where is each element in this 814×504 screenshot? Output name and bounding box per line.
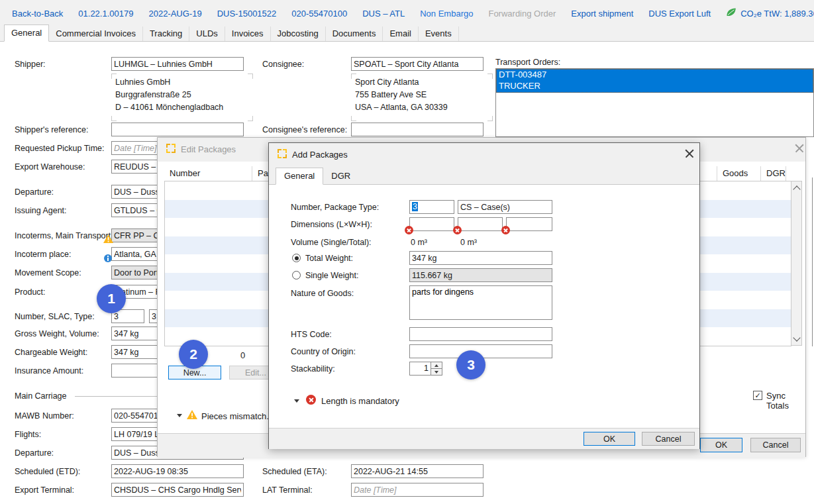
spinner-buttons xyxy=(431,362,442,375)
tab-jobcosting[interactable]: Jobcosting xyxy=(271,26,326,41)
shipper-input[interactable] xyxy=(111,57,244,71)
add-packages-dialog: Add Packages General DGR Number, Package… xyxy=(268,142,700,449)
add-packages-ok-button[interactable]: OK xyxy=(584,432,635,446)
scroll-down-icon[interactable] xyxy=(793,334,800,341)
shippers-reference-input[interactable] xyxy=(111,123,244,136)
consignee-input[interactable] xyxy=(351,57,483,71)
number-package-type-label: Number, Package Type: xyxy=(291,203,379,212)
export-terminal-input[interactable] xyxy=(111,483,244,497)
dimension-width-input[interactable] xyxy=(458,217,503,231)
package-number-value: 3 xyxy=(412,202,418,211)
forwarding-order-label: Forwarding Order xyxy=(488,9,556,19)
export-shipment-link[interactable]: Export shipment xyxy=(571,9,633,19)
chargeable-weight-label: Chargeable Weight: xyxy=(15,348,87,357)
tab-tracking[interactable]: Tracking xyxy=(143,26,189,41)
transport-order-number: DTT-003487 xyxy=(499,70,811,81)
scheduled-eta-input[interactable] xyxy=(351,464,483,478)
shipper-address-line1: Luhnies GmbH xyxy=(115,76,249,89)
single-weight-radio[interactable] xyxy=(292,271,301,279)
length-mandatory-error-icon xyxy=(306,395,316,405)
shippers-reference-label: Shipper's reference: xyxy=(15,125,88,134)
total-weight-radio[interactable] xyxy=(292,254,301,262)
lat-terminal-input[interactable] xyxy=(351,483,483,497)
stackability-spinner[interactable]: 1 xyxy=(409,362,442,376)
tab-ulds[interactable]: ULDs xyxy=(189,26,225,41)
packages-table-scrollbar[interactable] xyxy=(791,181,802,346)
tab-invoices[interactable]: Invoices xyxy=(225,26,271,41)
route-link[interactable]: DUS – ATL xyxy=(362,9,405,19)
tab-commercial-invoices[interactable]: Commercial Invoices xyxy=(49,26,143,41)
hawb-link[interactable]: DUS-15001522 xyxy=(217,9,277,19)
flights-label: Flights: xyxy=(15,430,41,439)
consignee-address[interactable]: Sport City Atlanta 755 Battery Ave SE US… xyxy=(351,74,493,121)
column-header-dgr[interactable]: DGR xyxy=(761,166,786,181)
scope-app-icon xyxy=(166,144,176,155)
shipment-type-link[interactable]: Back-to-Back xyxy=(12,9,63,19)
leaf-icon xyxy=(726,7,737,19)
lat-terminal-label: LAT Terminal: xyxy=(262,485,313,495)
package-number-input[interactable]: 3 xyxy=(409,200,454,214)
annotation-badge-1: 1 xyxy=(97,284,126,313)
edit-packages-title: Edit Packages xyxy=(181,144,236,154)
total-weight-input[interactable] xyxy=(409,251,552,265)
warning-expander-icon[interactable] xyxy=(177,414,182,417)
single-weight-input[interactable] xyxy=(409,268,552,282)
transport-order-type: TRUCKER xyxy=(499,81,811,92)
annotation-badge-3: 3 xyxy=(456,350,485,379)
co2-value: CO₂e TtW: 1,889.36 kg xyxy=(740,9,814,19)
scope-app-icon xyxy=(278,149,287,160)
issuing-agent-label: Issuing Agent: xyxy=(15,206,67,215)
dimension-length-input[interactable] xyxy=(409,217,454,231)
package-type-input[interactable] xyxy=(458,200,552,214)
sync-totals-checkbox[interactable] xyxy=(753,391,762,400)
main-carriage-heading: Main Carriage xyxy=(15,391,67,401)
file-number-link[interactable]: 01.22.1.00179 xyxy=(78,9,133,19)
add-dialog-tab-dgr[interactable]: DGR xyxy=(323,168,358,184)
tab-events[interactable]: Events xyxy=(419,26,459,41)
transport-order-item[interactable]: DTT-003487 TRUCKER xyxy=(496,69,813,93)
pieces-count: 0 xyxy=(240,350,245,360)
tab-documents[interactable]: Documents xyxy=(326,26,383,41)
annotation-badge-2: 2 xyxy=(179,340,208,369)
sync-totals-label: Sync Totals xyxy=(766,391,805,411)
incoterms-warning-icon xyxy=(103,234,113,245)
tab-general[interactable]: General xyxy=(4,25,49,42)
error-expander-icon[interactable] xyxy=(294,399,299,403)
scheduled-etd-input[interactable] xyxy=(111,464,244,478)
top-toolbar: Back-to-Back 01.22.1.00179 2022-AUG-19 D… xyxy=(0,0,814,26)
edit-packages-cancel-button[interactable]: Cancel xyxy=(750,438,801,452)
column-header-number[interactable]: Number xyxy=(164,166,252,181)
add-packages-cancel-button[interactable]: Cancel xyxy=(642,432,695,446)
scheduled-etd-label: Scheduled (ETD): xyxy=(15,467,80,476)
spinner-down-icon[interactable] xyxy=(431,369,442,375)
hts-code-input[interactable] xyxy=(409,327,552,341)
app-window: Back-to-Back 01.22.1.00179 2022-AUG-19 D… xyxy=(0,0,814,504)
edit-packages-ok-button[interactable]: OK xyxy=(700,438,742,452)
width-error-icon xyxy=(453,226,462,234)
length-mandatory-error-text: Length is mandatory xyxy=(321,396,399,406)
background-field-edge xyxy=(812,177,813,346)
dus-export-luft-link[interactable]: DUS Export Luft xyxy=(648,9,711,19)
nature-of-goods-textarea[interactable]: parts for dingens xyxy=(409,285,552,320)
height-error-icon xyxy=(501,226,510,234)
add-packages-title: Add Packages xyxy=(292,150,348,160)
departure-label: Departure: xyxy=(15,187,54,197)
date-link[interactable]: 2022-AUG-19 xyxy=(148,9,201,19)
consignees-reference-input[interactable] xyxy=(351,123,483,136)
embargo-status-link[interactable]: Non Embargo xyxy=(420,9,473,19)
transport-orders-list[interactable]: DTT-003487 TRUCKER xyxy=(495,68,814,137)
movement-scope-label: Movement Scope: xyxy=(15,268,81,277)
column-header-goods[interactable]: Goods xyxy=(717,166,761,181)
volume-single-value: 0 m³ xyxy=(411,238,427,247)
dimension-height-input[interactable] xyxy=(506,217,552,231)
shipper-address[interactable]: Luhnies GmbH Burggrafenstraße 25 D – 410… xyxy=(111,74,253,121)
mawb-link[interactable]: 020-55470100 xyxy=(291,9,347,19)
consignee-label: Consignee: xyxy=(262,60,304,69)
co2-indicator[interactable]: CO₂e TtW: 1,889.36 kg xyxy=(726,7,814,19)
add-dialog-tab-general[interactable]: General xyxy=(276,168,323,185)
scroll-up-icon[interactable] xyxy=(793,185,800,193)
tab-email[interactable]: Email xyxy=(383,26,419,41)
spinner-up-icon[interactable] xyxy=(431,362,442,369)
edit-packages-close-icon[interactable] xyxy=(795,144,804,153)
add-packages-close-icon[interactable] xyxy=(685,149,694,158)
